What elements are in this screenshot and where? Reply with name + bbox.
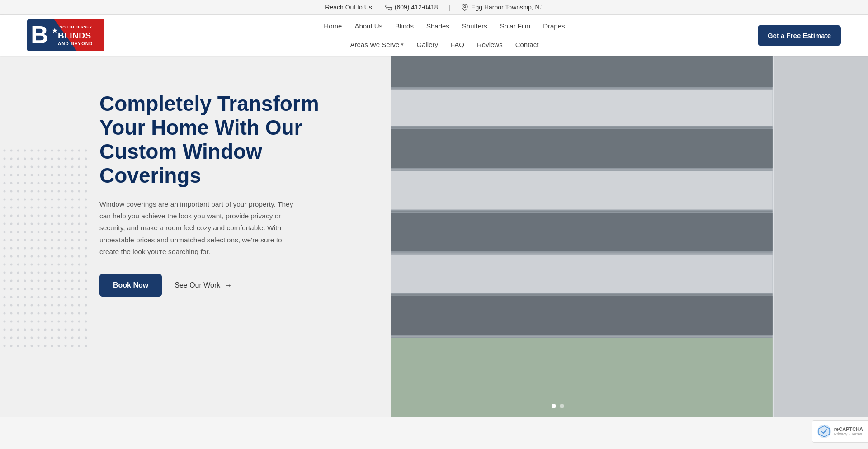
svg-point-19 — [78, 150, 80, 152]
nav-faq[interactable]: FAQ — [451, 41, 464, 48]
svg-rect-334 — [773, 56, 868, 417]
svg-point-20 — [85, 150, 87, 152]
nav-drapes[interactable]: Drapes — [543, 22, 565, 30]
svg-point-113 — [10, 215, 13, 217]
svg-point-297 — [24, 329, 26, 331]
svg-point-92 — [44, 199, 47, 201]
nav-blinds[interactable]: Blinds — [395, 22, 414, 30]
svg-point-110 — [78, 207, 80, 209]
svg-point-260 — [38, 304, 40, 307]
svg-point-289 — [58, 321, 60, 323]
svg-point-126 — [10, 223, 13, 225]
nav-gallery[interactable]: Gallery — [416, 41, 438, 48]
slider-dot-2[interactable] — [560, 404, 564, 408]
svg-point-283 — [17, 321, 19, 323]
svg-point-103 — [31, 207, 33, 209]
svg-point-198 — [58, 264, 60, 266]
phone-link[interactable]: (609) 412-0418 — [385, 4, 438, 11]
svg-point-93 — [51, 199, 53, 201]
svg-point-286 — [38, 321, 40, 323]
svg-rect-348 — [391, 211, 773, 212]
svg-point-178 — [10, 255, 13, 258]
svg-point-189 — [85, 255, 87, 258]
svg-point-177 — [4, 255, 6, 258]
reach-label: Reach Out to Us! — [325, 4, 373, 11]
nav-shades[interactable]: Shades — [426, 22, 449, 30]
svg-point-81 — [58, 190, 60, 193]
top-bar: Reach Out to Us! (609) 412-0418 | Egg Ha… — [0, 0, 868, 15]
svg-point-15 — [51, 150, 53, 152]
svg-point-166 — [17, 247, 19, 250]
svg-point-253 — [78, 296, 80, 298]
svg-point-32 — [78, 158, 80, 160]
logo-area[interactable]: B ★ SOUTH JERSEY BLINDS AND BEYOND — [27, 19, 104, 51]
svg-point-193 — [24, 264, 26, 266]
svg-point-136 — [78, 223, 80, 225]
svg-point-146 — [58, 231, 60, 233]
svg-point-322 — [17, 345, 19, 347]
svg-point-276 — [58, 312, 60, 315]
svg-point-168 — [31, 247, 33, 250]
svg-point-231 — [17, 288, 19, 290]
svg-point-186 — [65, 255, 67, 258]
svg-point-109 — [71, 207, 74, 209]
svg-rect-344 — [391, 127, 773, 128]
svg-point-90 — [31, 199, 33, 201]
svg-point-199 — [65, 264, 67, 266]
svg-point-210 — [51, 272, 53, 274]
svg-point-306 — [85, 329, 87, 331]
location-link[interactable]: Egg Harbor Township, NJ — [461, 4, 542, 11]
svg-point-187 — [71, 255, 74, 258]
svg-point-265 — [71, 304, 74, 307]
svg-point-172 — [58, 247, 60, 250]
svg-point-274 — [44, 312, 47, 315]
slider-dot-1[interactable] — [552, 404, 556, 408]
chevron-down-icon: ▾ — [401, 42, 404, 47]
see-our-work-link[interactable]: See Our Work → — [175, 281, 232, 290]
svg-point-71 — [78, 182, 80, 184]
svg-point-298 — [31, 329, 33, 331]
svg-point-143 — [38, 231, 40, 233]
svg-point-11 — [24, 150, 26, 152]
svg-point-131 — [44, 223, 47, 225]
svg-point-76 — [24, 190, 26, 193]
svg-point-256 — [10, 304, 13, 307]
nav-shutters[interactable]: Shutters — [462, 22, 487, 30]
svg-text:SOUTH JERSEY: SOUTH JERSEY — [60, 25, 92, 29]
svg-point-291 — [71, 321, 74, 323]
svg-point-281 — [4, 321, 6, 323]
nav-reviews[interactable]: Reviews — [477, 41, 503, 48]
svg-point-216 — [4, 280, 6, 282]
svg-rect-346 — [391, 169, 773, 170]
nav-contact[interactable]: Contact — [515, 41, 539, 48]
svg-point-222 — [44, 280, 47, 282]
svg-point-217 — [10, 280, 13, 282]
nav-about[interactable]: About Us — [354, 22, 382, 30]
nav-areas[interactable]: Areas We Serve ▾ — [350, 41, 404, 48]
svg-point-214 — [78, 272, 80, 274]
svg-point-128 — [24, 223, 26, 225]
book-now-button[interactable]: Book Now — [99, 274, 162, 297]
svg-point-275 — [51, 312, 53, 315]
phone-icon — [385, 4, 392, 11]
svg-point-269 — [10, 312, 13, 315]
nav-solar-film[interactable]: Solar Film — [500, 22, 531, 30]
svg-point-208 — [38, 272, 40, 274]
svg-point-302 — [58, 329, 60, 331]
svg-point-162 — [78, 239, 80, 241]
svg-point-112 — [4, 215, 6, 217]
get-estimate-button[interactable]: Get a Free Estimate — [758, 25, 841, 46]
svg-point-238 — [65, 288, 67, 290]
nav-home[interactable]: Home — [324, 22, 342, 30]
svg-point-163 — [85, 239, 87, 241]
hero-description: Window coverings are an important part o… — [99, 199, 303, 258]
svg-point-230 — [10, 288, 13, 290]
svg-point-119 — [51, 215, 53, 217]
svg-point-79 — [44, 190, 47, 193]
svg-point-133 — [58, 223, 60, 225]
svg-point-104 — [38, 207, 40, 209]
svg-point-24 — [24, 158, 26, 160]
svg-point-294 — [4, 329, 6, 331]
svg-point-332 — [85, 345, 87, 347]
svg-point-272 — [31, 312, 33, 315]
